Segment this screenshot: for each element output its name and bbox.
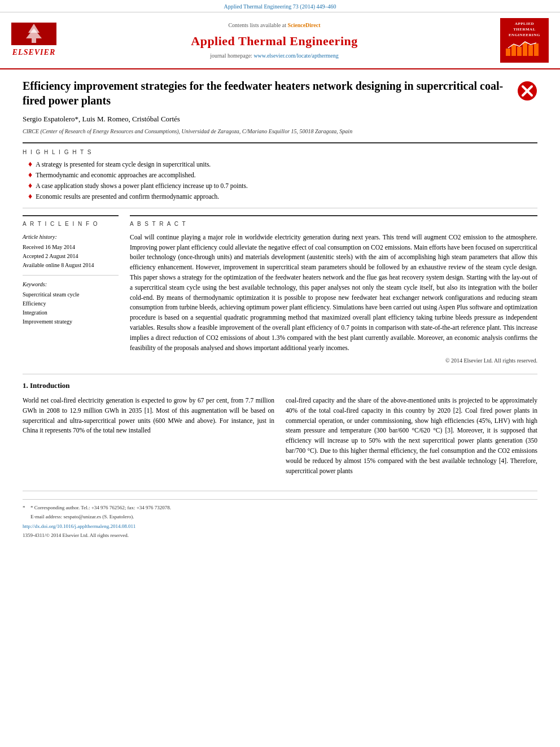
keywords-label: Keywords: (23, 280, 119, 289)
svg-rect-9 (534, 43, 539, 56)
applied-thermal-badge: APPLIED THERMAL ENGINEERING (500, 18, 549, 63)
journal-title: Applied Thermal Engineering (56, 32, 492, 50)
highlight-text-3: A case application study shows a power p… (36, 181, 248, 191)
bullet-1: ♦ (28, 160, 32, 169)
email-text: E-mail address: sespato@unizar.es (S. Es… (30, 513, 134, 521)
keyword-3: Integration (23, 308, 119, 317)
svg-rect-3 (32, 38, 36, 43)
svg-rect-4 (506, 49, 510, 56)
article-info-section: A R T I C L E I N F O Article history: R… (23, 215, 119, 326)
introduction-section: 1. Introduction World net coal-fired ele… (23, 374, 537, 479)
abstract-paragraph: Coal will continue playing a major role … (130, 233, 537, 353)
elsevier-logo: ELSEVIER (11, 23, 56, 58)
history-label: Article history: (23, 233, 119, 241)
footnote-text: * Corresponding author. Tel.: +34 976 76… (30, 504, 171, 512)
abstract-text: Coal will continue playing a major role … (130, 233, 537, 353)
badge-line2: THERMAL (505, 27, 544, 33)
bullet-4: ♦ (28, 192, 32, 202)
highlights-label: H I G H L I G H T S (23, 148, 537, 156)
intro-heading: 1. Introduction (23, 380, 537, 391)
svg-rect-6 (517, 47, 522, 56)
top-banner: Applied Thermal Engineering 73 (2014) 44… (0, 0, 560, 12)
svg-rect-8 (528, 45, 533, 56)
intro-right-text: coal-fired capacity and the share of the… (286, 396, 537, 477)
journal-citation: Applied Thermal Engineering 73 (2014) 44… (224, 3, 336, 10)
affiliation: CIRCE (Center of Research of Energy Reso… (23, 127, 537, 136)
authors: Sergio Espatolero*, Luis M. Romeo, Crist… (23, 113, 537, 125)
available-date: Available online 8 August 2014 (23, 261, 119, 269)
abstract-section: A B S T R A C T Coal will continue playi… (130, 215, 537, 365)
intro-two-col: World net coal-fired electricity generat… (23, 396, 537, 480)
received-date: Received 16 May 2014 (23, 243, 119, 251)
email-symbol (23, 513, 30, 521)
highlight-item-2: ♦ Thermodynamic and economic approaches … (28, 171, 537, 180)
article-info-label: A R T I C L E I N F O (23, 220, 119, 228)
copyright-abstract: © 2014 Elsevier Ltd. All rights reserved… (130, 356, 537, 365)
keyword-1: Supercritical steam cycle (23, 290, 119, 299)
footnote-star: * (23, 504, 30, 512)
highlight-item-4: ♦ Economic results are presented and con… (28, 192, 537, 202)
highlight-item-1: ♦ A strategy is presented for steam cycl… (28, 160, 537, 169)
divider (23, 275, 119, 276)
crossmark-icon[interactable] (517, 81, 537, 101)
elsevier-tree-image (11, 23, 56, 45)
authors-text: Sergio Espatolero*, Luis M. Romeo, Crist… (23, 115, 180, 123)
highlights-section: H I G H L I G H T S ♦ A strategy is pres… (23, 142, 537, 208)
bullet-3: ♦ (28, 181, 32, 191)
footer-divider (23, 499, 537, 500)
intro-right-col: coal-fired capacity and the share of the… (286, 396, 537, 480)
highlight-text-2: Thermodynamic and economic approaches ar… (36, 171, 196, 180)
right-logo: APPLIED THERMAL ENGINEERING (492, 18, 549, 63)
article-title-row: Efficiency improvement strategies for th… (23, 78, 537, 108)
copyright-footer: 1359-4311/© 2014 Elsevier Ltd. All right… (23, 532, 537, 540)
highlight-text-1: A strategy is presented for steam cycle … (36, 160, 211, 169)
svg-rect-7 (523, 42, 527, 56)
journal-homepage: journal homepage: www.elsevier.com/locat… (56, 51, 492, 60)
badge-line1: APPLIED (505, 21, 544, 27)
keyword-2: Efficiency (23, 299, 119, 308)
keyword-4: Improvement strategy (23, 317, 119, 326)
abstract-col: A B S T R A C T Coal will continue playi… (130, 215, 537, 365)
badge-line3: ENGINEERING (505, 33, 544, 38)
intro-left-text: World net coal-fired electricity generat… (23, 396, 274, 436)
article-info-col: A R T I C L E I N F O Article history: R… (23, 215, 119, 365)
highlight-text-4: Economic results are presented and confi… (36, 192, 219, 202)
svg-rect-5 (511, 45, 516, 56)
journal-header: ELSEVIER Contents lists available at Sci… (0, 12, 560, 69)
highlights-list: ♦ A strategy is presented for steam cycl… (23, 160, 537, 202)
badge-graph (505, 40, 544, 59)
info-abstract-row: A R T I C L E I N F O Article history: R… (23, 215, 537, 365)
article-history: Article history: Received 16 May 2014 Ac… (23, 233, 119, 269)
sciencedirect-line: Contents lists available at ScienceDirec… (56, 21, 492, 29)
main-content: Efficiency improvement strategies for th… (0, 69, 560, 545)
intro-left-col: World net coal-fired electricity generat… (23, 396, 274, 480)
elsevier-text: ELSEVIER (12, 46, 55, 58)
doi-link[interactable]: http://dx.doi.org/10.1016/j.applthermale… (23, 523, 537, 531)
footer-section: * * Corresponding author. Tel.: +34 976 … (23, 491, 537, 539)
accepted-date: Accepted 2 August 2014 (23, 252, 119, 260)
abstract-label: A B S T R A C T (130, 220, 537, 228)
article-title: Efficiency improvement strategies for th… (23, 78, 517, 108)
footnote-email: E-mail address: sespato@unizar.es (S. Es… (23, 513, 537, 521)
highlight-item-3: ♦ A case application study shows a power… (28, 181, 537, 191)
journal-center-info: Contents lists available at ScienceDirec… (56, 21, 492, 60)
footnote-corresponding: * * Corresponding author. Tel.: +34 976 … (23, 504, 537, 512)
bullet-2: ♦ (28, 171, 32, 180)
